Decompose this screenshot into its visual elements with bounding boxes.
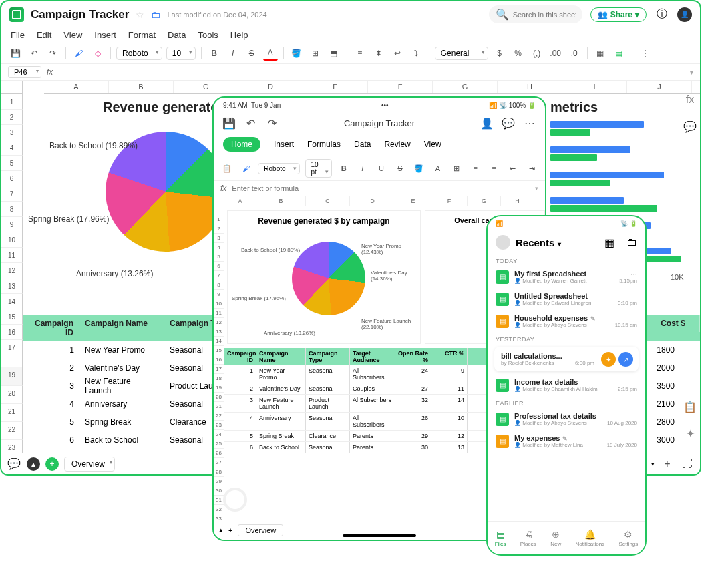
sheets-list-icon[interactable]: ▴ [219, 526, 223, 534]
file-item[interactable]: ▤ My expenses✎👤 Modified by Matthew Lina… [488, 430, 645, 452]
more-icon[interactable]: ⋯ [522, 116, 537, 130]
col-c[interactable]: C [174, 81, 238, 93]
menu-edit[interactable]: Edit [37, 30, 51, 40]
expand-icon[interactable]: ▾ [690, 69, 693, 76]
zoom-dropdown-icon[interactable]: ▾ [651, 461, 655, 467]
nav-notifications[interactable]: 🔔Notifications [576, 529, 605, 547]
indent-in-icon[interactable]: ⇥ [525, 161, 538, 176]
redo-icon[interactable]: ↷ [264, 116, 279, 130]
save-icon[interactable]: 💾 [8, 46, 23, 61]
folder-icon[interactable]: 🗀 [626, 236, 637, 248]
menu-data[interactable]: Data [168, 30, 186, 40]
clear-format-icon[interactable]: ◇ [90, 46, 105, 61]
file-card-bill[interactable]: bill calculations... by Roelof Bekkenenk… [494, 347, 639, 371]
cond-format-icon[interactable]: ▤ [612, 46, 626, 61]
font-size-select[interactable]: 10 [166, 47, 196, 60]
italic-icon[interactable]: I [226, 46, 240, 61]
nav-new[interactable]: ⊕New [550, 529, 561, 547]
menu-view[interactable]: View [63, 30, 82, 40]
strike-icon[interactable]: S [244, 46, 259, 61]
bold-icon[interactable]: B [337, 161, 351, 176]
file-item[interactable]: ▤ Income tax details👤 Modified by Shaami… [488, 374, 645, 396]
document-title[interactable]: Campaign Tracker [31, 8, 129, 21]
insert-icon[interactable]: ▦ [593, 46, 608, 61]
redo-icon[interactable]: ↷ [45, 46, 60, 61]
user-avatar[interactable]: 👤 [677, 7, 692, 22]
expand-icon[interactable]: ▾ [535, 185, 538, 192]
percent-icon[interactable]: % [511, 46, 526, 61]
file-item[interactable]: ▤ Household expenses✎👤 Modified by Abayo… [488, 310, 645, 332]
font-select[interactable]: Roboto [116, 47, 162, 60]
cell-reference[interactable]: P46 [8, 66, 41, 78]
share-button[interactable]: 👥 Share ▾ [590, 7, 647, 22]
col-a[interactable]: A [44, 81, 109, 93]
file-item[interactable]: ▤ My first Spreadsheet👤 Modified by Warr… [488, 266, 645, 288]
help-icon[interactable]: ⓘ [655, 7, 669, 22]
align-left-icon[interactable]: ≡ [353, 46, 367, 61]
share-badge-icon[interactable]: ↗ [618, 352, 633, 367]
add-sheet-icon[interactable]: + [228, 526, 232, 534]
clipboard-icon[interactable]: 📋 [683, 399, 697, 414]
fill-icon[interactable]: 🪣 [412, 161, 425, 176]
menu-help[interactable]: Help [230, 30, 248, 40]
valign-icon[interactable]: ⬍ [371, 46, 386, 61]
tab-data[interactable]: Data [354, 140, 371, 149]
save-icon[interactable]: 💾 [222, 116, 236, 130]
rotate-icon[interactable]: ⤵ [409, 46, 423, 61]
tablet-sheet-tab[interactable]: Overview [238, 524, 283, 536]
undo-icon[interactable]: ↶ [243, 116, 258, 130]
star-icon[interactable]: ☆ [136, 9, 144, 20]
nav-settings[interactable]: ⚙Settings [618, 529, 638, 547]
menu-format[interactable]: Format [128, 30, 156, 40]
indent-out-icon[interactable]: ⇤ [506, 161, 520, 176]
col-d[interactable]: D [238, 81, 303, 93]
tab-formulas[interactable]: Formulas [307, 140, 341, 149]
italic-icon[interactable]: I [356, 161, 369, 176]
file-item[interactable]: ▤ Professional tax details👤 Modified by … [488, 408, 645, 430]
zoom-in-icon[interactable]: + [660, 457, 675, 472]
menu-file[interactable]: File [11, 30, 25, 40]
tablet-size[interactable]: 10 pt [305, 159, 332, 178]
merge-icon[interactable]: ⬒ [327, 46, 341, 61]
parens-icon[interactable]: (,) [530, 46, 544, 61]
sheets-list-icon[interactable]: ▴ [27, 457, 40, 471]
number-format-select[interactable]: General [435, 47, 488, 60]
align-icon[interactable]: ≡ [469, 161, 482, 176]
person-icon[interactable]: 👤 [480, 116, 494, 130]
fullscreen-icon[interactable]: ⛶ [680, 457, 695, 472]
col-e[interactable]: E [303, 81, 368, 93]
more-icon[interactable]: ⋮ [638, 46, 653, 61]
folder-icon[interactable]: 🗀 [151, 9, 160, 20]
menu-tools[interactable]: Tools [198, 30, 218, 40]
sheet-tab-overview[interactable]: Overview [64, 457, 115, 472]
add-sheet-icon[interactable]: + [45, 457, 59, 471]
borders-icon[interactable]: ⊞ [308, 46, 323, 61]
currency-icon[interactable]: $ [492, 46, 507, 61]
grid-view-icon[interactable]: ▦ [604, 236, 614, 249]
tab-review[interactable]: Review [384, 140, 410, 149]
col-b[interactable]: B [109, 81, 174, 93]
comment-icon[interactable]: 💬 [501, 116, 516, 130]
bold-icon[interactable]: B [207, 46, 222, 61]
paint-icon[interactable]: 🖌 [239, 161, 252, 176]
floating-action-button[interactable] [223, 488, 247, 512]
nav-files[interactable]: ▤Files [495, 529, 506, 547]
text-color-icon[interactable]: A [431, 161, 444, 176]
menu-insert[interactable]: Insert [94, 30, 116, 40]
tablet-formula-input[interactable] [232, 184, 530, 192]
align-center-icon[interactable]: ≡ [488, 161, 501, 176]
fill-color-icon[interactable]: 🪣 [289, 46, 304, 61]
tab-view[interactable]: View [424, 140, 441, 149]
wrap-icon[interactable]: ↩ [390, 46, 405, 61]
fx-panel-icon[interactable]: fx [683, 92, 697, 107]
undo-icon[interactable]: ↶ [27, 46, 41, 61]
col-f[interactable]: F [368, 81, 433, 93]
paint-format-icon[interactable]: 🖌 [71, 46, 86, 61]
recents-title[interactable]: Recents ▾ [516, 237, 561, 248]
col-g[interactable]: G [433, 81, 498, 93]
ai-icon[interactable]: ✦ [683, 426, 697, 441]
tablet-font[interactable]: Roboto [258, 163, 299, 174]
search-box[interactable]: 🔍 [489, 5, 582, 23]
comments-panel-icon[interactable]: 💬 [683, 119, 697, 134]
dec-dec-icon[interactable]: .0 [567, 46, 582, 61]
